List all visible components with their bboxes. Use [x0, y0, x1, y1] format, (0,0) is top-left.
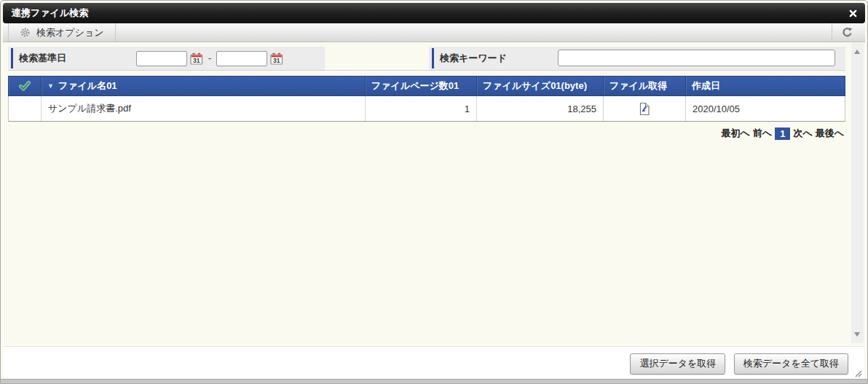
linked-file-search-dialog: 連携ファイル検索 検索オプション: [0, 0, 868, 384]
column-header-file-get[interactable]: ファイル取得: [604, 77, 686, 95]
pagination-last[interactable]: 最後へ: [816, 127, 844, 140]
refresh-button[interactable]: [832, 23, 862, 42]
scroll-down-icon[interactable]: [854, 332, 860, 337]
vertical-scrollbar[interactable]: [851, 43, 864, 343]
pagination-current-page[interactable]: 1: [775, 128, 790, 140]
date-to-input[interactable]: [216, 51, 267, 66]
get-all-data-button[interactable]: 検索データを全て取得: [734, 353, 848, 375]
select-all-header-cell[interactable]: [9, 77, 42, 95]
get-selected-data-button[interactable]: 選択データを取得: [630, 353, 725, 375]
date-condition-label: 検索基準日: [19, 47, 66, 70]
scroll-up-icon[interactable]: [854, 50, 860, 54]
pagination-prev[interactable]: 前へ: [753, 127, 772, 140]
file-download-icon[interactable]: [639, 102, 650, 116]
keyword-condition-block: 検索キーワード: [429, 47, 845, 70]
row-page-count-cell: 1: [366, 96, 477, 121]
search-options-button[interactable]: 検索オプション: [8, 23, 116, 42]
keyword-condition-label: 検索キーワード: [440, 47, 507, 70]
pagination: 最初へ 前へ 1 次へ 最後へ: [722, 127, 844, 140]
row-file-name-cell: サンプル請求書.pdf: [42, 96, 366, 121]
table-row[interactable]: サンプル請求書.pdf 1 18,255 2020/10: [8, 96, 845, 122]
svg-text:31: 31: [273, 56, 280, 63]
column-header-file-size[interactable]: ファイルサイズ01(byte): [477, 77, 604, 95]
search-conditions: 検索基準日 31 -: [8, 47, 845, 71]
dialog-footer: 選択データを取得 検索データを全て取得: [4, 346, 864, 378]
pagination-next[interactable]: 次へ: [793, 127, 812, 140]
column-header-page-count[interactable]: ファイルページ数01: [366, 77, 477, 95]
table-header-row: ▼ ファイル名01 ファイルページ数01 ファイルサイズ01(byte) ファイ…: [8, 76, 845, 96]
dialog-bottom-edge: [1, 379, 867, 383]
sort-desc-icon: ▼: [47, 82, 54, 90]
pagination-first[interactable]: 最初へ: [722, 127, 750, 140]
toolbar: 検索オプション: [3, 23, 865, 42]
calendar-icon[interactable]: 31: [270, 52, 283, 65]
row-file-get-cell: [604, 96, 686, 121]
column-header-file-name[interactable]: ▼ ファイル名01: [42, 77, 366, 95]
row-file-size-cell: 18,255: [477, 96, 604, 121]
accent-bar: [11, 48, 13, 68]
date-from-input[interactable]: [136, 51, 187, 66]
gear-icon: [20, 27, 31, 38]
accent-bar: [432, 48, 434, 68]
calendar-icon[interactable]: 31: [190, 52, 203, 65]
date-condition-block: 検索基準日 31 -: [8, 47, 325, 70]
close-icon[interactable]: [848, 8, 858, 18]
search-options-label: 検索オプション: [36, 26, 104, 39]
row-select-cell[interactable]: [9, 96, 42, 121]
row-created-date-cell: 2020/10/05: [686, 96, 845, 121]
date-fields: 31 - 31: [136, 47, 283, 70]
svg-text:31: 31: [193, 56, 200, 63]
column-header-created-date[interactable]: 作成日: [686, 77, 845, 95]
dialog-title: 連携ファイル検索: [12, 7, 88, 20]
resize-handle-icon[interactable]: [854, 367, 862, 375]
date-range-separator: -: [208, 53, 211, 63]
results-table: ▼ ファイル名01 ファイルページ数01 ファイルサイズ01(byte) ファイ…: [8, 76, 845, 122]
keyword-input[interactable]: [558, 50, 835, 66]
check-icon: [19, 81, 31, 91]
refresh-icon: [842, 27, 853, 38]
dialog-titlebar[interactable]: 連携ファイル検索: [3, 3, 865, 23]
